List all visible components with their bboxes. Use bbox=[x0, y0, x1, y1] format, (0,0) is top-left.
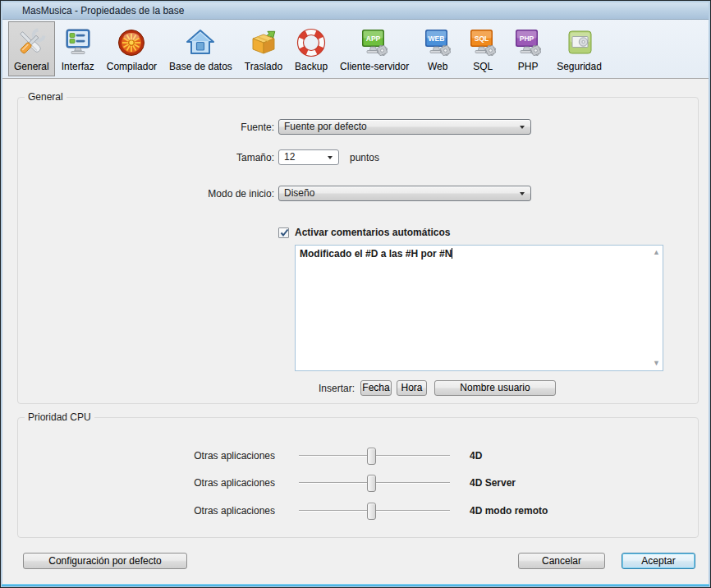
toolbar-item-cliente-servidor[interactable]: APP Cliente-servidor bbox=[334, 21, 415, 76]
toolbar-item-php[interactable]: PHP PHP bbox=[506, 21, 550, 76]
toolbar-item-label: Backup bbox=[295, 61, 328, 72]
scroll-up-icon[interactable] bbox=[653, 249, 660, 256]
window-title: MasMusica - Propiedades de la base bbox=[22, 5, 184, 16]
lifesaver-icon bbox=[295, 26, 328, 59]
toolbar-item-backup[interactable]: Backup bbox=[289, 21, 333, 76]
toolbar-item-label: Interfaz bbox=[62, 61, 94, 72]
cpu-priority-groupbox: Prioridad CPU Otras aplicaciones 4D Otra… bbox=[17, 417, 699, 538]
toolbar-item-sql[interactable]: SQL SQL bbox=[461, 21, 505, 76]
toolbar-item-label: Seguridad bbox=[557, 61, 602, 72]
auto-comments-label: Activar comentarios automáticos bbox=[295, 227, 450, 238]
general-groupbox: General Fuente: Fuente por defecto Tamañ… bbox=[17, 97, 699, 404]
insert-date-button[interactable]: Fecha bbox=[360, 380, 392, 396]
properties-dialog-window: MasMusica - Propiedades de la base bbox=[0, 0, 711, 588]
cancel-button[interactable]: Cancelar bbox=[518, 553, 605, 569]
web-monitor-icon: WEB bbox=[421, 26, 454, 59]
toolbar-item-general[interactable]: General bbox=[8, 21, 55, 76]
startup-mode-label: Modo de inicio: bbox=[18, 188, 274, 200]
scroll-down-icon[interactable] bbox=[653, 360, 660, 367]
sql-monitor-icon: SQL bbox=[466, 26, 499, 59]
toolbar-item-label: SQL bbox=[473, 61, 493, 72]
window-bottom-border bbox=[2, 584, 709, 586]
size-label: Tamaño: bbox=[18, 152, 274, 163]
checkmark-icon bbox=[279, 227, 290, 238]
tools-icon bbox=[15, 26, 48, 59]
toolbar-item-label: Traslado bbox=[245, 61, 282, 72]
toolbar-item-traslado[interactable]: Traslado bbox=[239, 21, 288, 76]
slider-left-label: Otras aplicaciones bbox=[18, 477, 275, 489]
svg-text:SQL: SQL bbox=[475, 34, 489, 43]
text-caret bbox=[452, 248, 452, 259]
toolbar-item-label: Compilador bbox=[107, 61, 157, 72]
chevron-down-icon bbox=[328, 156, 333, 159]
svg-text:APP: APP bbox=[366, 34, 381, 43]
titlebar[interactable]: MasMusica - Propiedades de la base bbox=[2, 2, 709, 20]
startup-mode-dropdown-value: Diseño bbox=[284, 187, 314, 199]
toolbar-item-base-de-datos[interactable]: Base de datos bbox=[163, 21, 238, 76]
toolbar-item-label: Web bbox=[428, 61, 447, 72]
slider-thumb[interactable] bbox=[367, 475, 376, 492]
font-label: Fuente: bbox=[18, 122, 274, 133]
slider-right-label: 4D bbox=[470, 450, 482, 462]
size-unit-label: puntos bbox=[350, 152, 379, 163]
slider-thumb[interactable] bbox=[367, 448, 376, 465]
toolbar-item-compilador[interactable]: Compilador bbox=[101, 21, 163, 76]
chevron-down-icon bbox=[520, 192, 525, 195]
cpu-slider-4d[interactable] bbox=[299, 448, 450, 465]
font-dropdown-value: Fuente por defecto bbox=[284, 121, 367, 132]
moving-box-icon bbox=[247, 26, 280, 59]
font-dropdown[interactable]: Fuente por defecto bbox=[278, 119, 531, 135]
general-groupbox-title: General bbox=[25, 91, 67, 103]
auto-comments-checkbox[interactable] bbox=[278, 227, 289, 238]
slider-thumb[interactable] bbox=[367, 503, 376, 520]
svg-text:WEB: WEB bbox=[429, 34, 445, 43]
toolbar-item-label: Base de datos bbox=[169, 61, 232, 72]
toolbar: General Interfaz bbox=[2, 20, 709, 79]
insert-time-button[interactable]: Hora bbox=[397, 380, 427, 396]
svg-text:PHP: PHP bbox=[520, 34, 534, 43]
security-disc-icon bbox=[563, 26, 596, 59]
comment-text: Modificado el #D a las #H por #N bbox=[300, 248, 452, 260]
insert-label: Insertar: bbox=[18, 383, 355, 394]
toolbar-item-label: PHP bbox=[518, 61, 539, 72]
database-house-icon bbox=[184, 26, 217, 59]
slider-left-label: Otras aplicaciones bbox=[18, 450, 275, 462]
toolbar-item-interfaz[interactable]: Interfaz bbox=[56, 21, 100, 76]
startup-mode-dropdown[interactable]: Diseño bbox=[278, 186, 531, 201]
comment-textarea[interactable]: Modificado el #D a las #H por #N bbox=[295, 245, 663, 371]
cpu-slider-4d-remote[interactable] bbox=[299, 503, 450, 520]
app-server-monitor-icon: APP bbox=[358, 26, 391, 59]
accept-button[interactable]: Aceptar bbox=[622, 553, 695, 569]
size-dropdown[interactable]: 12 bbox=[278, 149, 339, 165]
chevron-down-icon bbox=[520, 126, 525, 129]
dialog-content: General Fuente: Fuente por defecto Tamañ… bbox=[2, 80, 709, 586]
default-config-button[interactable]: Configuración por defecto bbox=[23, 553, 187, 569]
size-dropdown-value: 12 bbox=[284, 151, 295, 163]
slider-right-label: 4D modo remoto bbox=[470, 505, 548, 517]
toolbar-item-seguridad[interactable]: Seguridad bbox=[551, 21, 608, 76]
slider-right-label: 4D Server bbox=[470, 477, 516, 489]
toolbar-item-label: General bbox=[14, 61, 49, 72]
cpu-slider-4d-server[interactable] bbox=[299, 475, 450, 492]
slider-left-label: Otras aplicaciones bbox=[18, 505, 275, 517]
toolbar-item-web[interactable]: WEB Web bbox=[415, 21, 460, 76]
compiler-wheel-icon bbox=[115, 26, 148, 59]
interface-monitor-icon bbox=[62, 26, 94, 59]
toolbar-item-label: Cliente-servidor bbox=[340, 61, 409, 72]
insert-username-button[interactable]: Nombre usuario bbox=[434, 380, 556, 396]
cpu-priority-groupbox-title: Prioridad CPU bbox=[25, 411, 94, 423]
php-monitor-icon: PHP bbox=[511, 26, 544, 59]
